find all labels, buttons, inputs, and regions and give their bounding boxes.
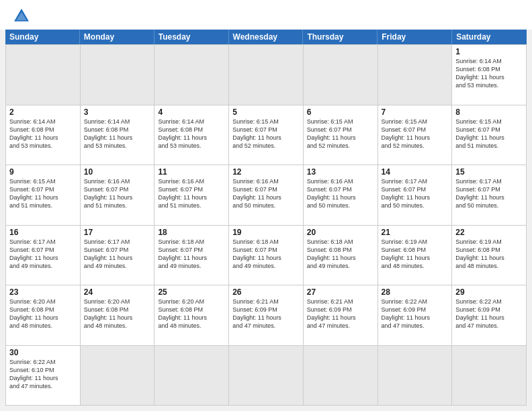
calendar-cell-empty-40: [378, 346, 453, 406]
calendar-cell-22: 22Sunrise: 6:19 AMSunset: 6:08 PMDayligh…: [452, 226, 527, 286]
cell-day-number: 28: [382, 287, 449, 297]
cell-day-number: 19: [232, 228, 300, 237]
cell-day-number: 18: [158, 228, 225, 237]
cell-info: Sunrise: 6:21 AMSunset: 6:09 PMDaylight:…: [307, 298, 374, 330]
cell-day-number: 1: [455, 47, 523, 56]
cell-info: Sunrise: 6:17 AMSunset: 6:07 PMDaylight:…: [84, 238, 151, 271]
calendar: SundayMondayTuesdayWednesdayThursdayFrid…: [5, 30, 527, 406]
calendar-cell-empty-0: [6, 45, 81, 105]
cell-info: Sunrise: 6:17 AMSunset: 6:07 PMDaylight:…: [382, 177, 449, 210]
cell-day-number: 13: [307, 167, 374, 177]
cell-info: Sunrise: 6:20 AMSunset: 6:08 PMDaylight:…: [158, 298, 225, 330]
day-headers: SundayMondayTuesdayWednesdayThursdayFrid…: [5, 30, 527, 44]
cell-info: Sunrise: 6:16 AMSunset: 6:07 PMDaylight:…: [232, 177, 300, 210]
cell-day-number: 11: [158, 167, 225, 177]
cell-day-number: 25: [158, 287, 225, 297]
calendar-cell-20: 20Sunrise: 6:18 AMSunset: 6:08 PMDayligh…: [304, 226, 378, 286]
calendar-cell-28: 28Sunrise: 6:22 AMSunset: 6:09 PMDayligh…: [378, 285, 453, 346]
cell-info: Sunrise: 6:19 AMSunset: 6:08 PMDaylight:…: [382, 238, 449, 271]
cell-day-number: 29: [455, 287, 523, 297]
calendar-cell-9: 9Sunrise: 6:15 AMSunset: 6:07 PMDaylight…: [6, 165, 81, 226]
cell-day-number: 23: [9, 287, 77, 297]
calendar-cell-12: 12Sunrise: 6:16 AMSunset: 6:07 PMDayligh…: [229, 165, 304, 226]
cell-day-number: 17: [84, 228, 151, 237]
calendar-cell-13: 13Sunrise: 6:16 AMSunset: 6:07 PMDayligh…: [304, 165, 378, 226]
calendar-cell-18: 18Sunrise: 6:18 AMSunset: 6:07 PMDayligh…: [154, 226, 229, 286]
cell-day-number: 5: [232, 107, 300, 117]
calendar-cell-empty-38: [229, 346, 304, 406]
cell-info: Sunrise: 6:18 AMSunset: 6:07 PMDaylight:…: [232, 238, 300, 271]
cell-day-number: 27: [307, 287, 374, 297]
calendar-cell-7: 7Sunrise: 6:15 AMSunset: 6:07 PMDaylight…: [378, 105, 453, 166]
cell-day-number: 3: [84, 107, 151, 117]
cell-info: Sunrise: 6:15 AMSunset: 6:07 PMDaylight:…: [232, 118, 300, 150]
calendar-cell-8: 8Sunrise: 6:15 AMSunset: 6:07 PMDaylight…: [452, 105, 527, 166]
calendar-cell-empty-3: [229, 45, 304, 105]
calendar-cell-empty-4: [304, 45, 378, 105]
calendar-cell-empty-2: [154, 45, 229, 105]
logo: [12, 7, 34, 26]
calendar-cell-21: 21Sunrise: 6:19 AMSunset: 6:08 PMDayligh…: [378, 226, 453, 286]
cell-info: Sunrise: 6:22 AMSunset: 6:09 PMDaylight:…: [382, 298, 449, 330]
cell-day-number: 16: [9, 228, 77, 237]
cell-day-number: 12: [232, 167, 300, 177]
cell-day-number: 8: [455, 107, 523, 117]
cell-info: Sunrise: 6:20 AMSunset: 6:08 PMDaylight:…: [84, 298, 151, 330]
calendar-cell-14: 14Sunrise: 6:17 AMSunset: 6:07 PMDayligh…: [378, 165, 453, 226]
cell-info: Sunrise: 6:15 AMSunset: 6:07 PMDaylight:…: [9, 177, 77, 210]
calendar-cell-17: 17Sunrise: 6:17 AMSunset: 6:07 PMDayligh…: [81, 226, 155, 286]
calendar-cell-empty-1: [81, 45, 155, 105]
cell-day-number: 4: [158, 107, 225, 117]
calendar-cell-25: 25Sunrise: 6:20 AMSunset: 6:08 PMDayligh…: [154, 285, 229, 346]
cell-info: Sunrise: 6:15 AMSunset: 6:07 PMDaylight:…: [455, 118, 523, 150]
cell-day-number: 15: [455, 167, 523, 177]
cell-info: Sunrise: 6:16 AMSunset: 6:07 PMDaylight:…: [84, 177, 151, 210]
calendar-cell-empty-41: [452, 346, 527, 406]
day-header-sunday: Sunday: [5, 30, 80, 44]
cell-info: Sunrise: 6:21 AMSunset: 6:09 PMDaylight:…: [232, 298, 300, 330]
calendar-cell-11: 11Sunrise: 6:16 AMSunset: 6:07 PMDayligh…: [154, 165, 229, 226]
calendar-cell-1: 1Sunrise: 6:14 AMSunset: 6:08 PMDaylight…: [452, 45, 527, 105]
calendar-cell-empty-37: [154, 346, 229, 406]
calendar-cell-empty-36: [81, 346, 155, 406]
cell-info: Sunrise: 6:20 AMSunset: 6:08 PMDaylight:…: [9, 298, 77, 330]
cell-day-number: 9: [9, 167, 77, 177]
calendar-cell-16: 16Sunrise: 6:17 AMSunset: 6:07 PMDayligh…: [6, 226, 81, 286]
cell-info: Sunrise: 6:17 AMSunset: 6:07 PMDaylight:…: [455, 177, 523, 210]
cell-day-number: 14: [382, 167, 449, 177]
cell-info: Sunrise: 6:18 AMSunset: 6:07 PMDaylight:…: [158, 238, 225, 271]
cell-info: Sunrise: 6:15 AMSunset: 6:07 PMDaylight:…: [307, 118, 374, 150]
calendar-cell-30: 30Sunrise: 6:22 AMSunset: 6:10 PMDayligh…: [6, 346, 81, 406]
cell-day-number: 6: [307, 107, 374, 117]
cell-info: Sunrise: 6:14 AMSunset: 6:08 PMDaylight:…: [158, 118, 225, 150]
calendar-cell-19: 19Sunrise: 6:18 AMSunset: 6:07 PMDayligh…: [229, 226, 304, 286]
calendar-cell-2: 2Sunrise: 6:14 AMSunset: 6:08 PMDaylight…: [6, 105, 81, 166]
cell-info: Sunrise: 6:18 AMSunset: 6:08 PMDaylight:…: [307, 238, 374, 271]
cell-info: Sunrise: 6:22 AMSunset: 6:10 PMDaylight:…: [9, 358, 77, 391]
day-header-saturday: Saturday: [452, 30, 527, 44]
calendar-cell-10: 10Sunrise: 6:16 AMSunset: 6:07 PMDayligh…: [81, 165, 155, 226]
calendar-grid: 1Sunrise: 6:14 AMSunset: 6:08 PMDaylight…: [5, 44, 527, 406]
cell-info: Sunrise: 6:22 AMSunset: 6:09 PMDaylight:…: [455, 298, 523, 330]
cell-day-number: 7: [382, 107, 449, 117]
cell-day-number: 26: [232, 287, 300, 297]
cell-info: Sunrise: 6:14 AMSunset: 6:08 PMDaylight:…: [9, 118, 77, 150]
calendar-cell-6: 6Sunrise: 6:15 AMSunset: 6:07 PMDaylight…: [304, 105, 378, 166]
day-header-wednesday: Wednesday: [229, 30, 304, 44]
cell-day-number: 2: [9, 107, 77, 117]
calendar-cell-26: 26Sunrise: 6:21 AMSunset: 6:09 PMDayligh…: [229, 285, 304, 346]
calendar-cell-5: 5Sunrise: 6:15 AMSunset: 6:07 PMDaylight…: [229, 105, 304, 166]
calendar-cell-empty-39: [304, 346, 378, 406]
day-header-thursday: Thursday: [303, 30, 378, 44]
calendar-cell-4: 4Sunrise: 6:14 AMSunset: 6:08 PMDaylight…: [154, 105, 229, 166]
cell-info: Sunrise: 6:14 AMSunset: 6:08 PMDaylight:…: [455, 57, 523, 90]
cell-day-number: 20: [307, 228, 374, 237]
cell-info: Sunrise: 6:19 AMSunset: 6:08 PMDaylight:…: [455, 238, 523, 271]
calendar-cell-27: 27Sunrise: 6:21 AMSunset: 6:09 PMDayligh…: [304, 285, 378, 346]
calendar-cell-24: 24Sunrise: 6:20 AMSunset: 6:08 PMDayligh…: [81, 285, 155, 346]
cell-day-number: 21: [382, 228, 449, 237]
cell-info: Sunrise: 6:17 AMSunset: 6:07 PMDaylight:…: [9, 238, 77, 271]
day-header-monday: Monday: [80, 30, 154, 44]
cell-info: Sunrise: 6:15 AMSunset: 6:07 PMDaylight:…: [382, 118, 449, 150]
cell-info: Sunrise: 6:14 AMSunset: 6:08 PMDaylight:…: [84, 118, 151, 150]
